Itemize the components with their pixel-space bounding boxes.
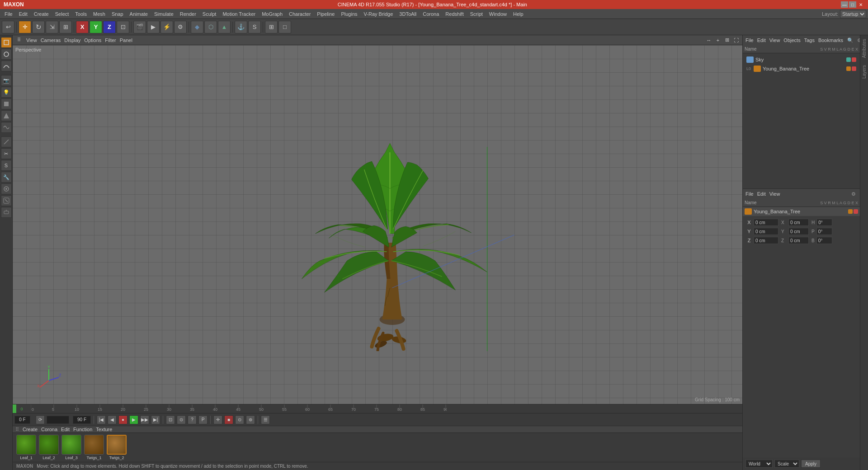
menu-corona[interactable]: Corona <box>420 10 442 18</box>
obj-menu-file[interactable]: File <box>745 38 754 43</box>
menu-snap[interactable]: Snap <box>109 10 126 18</box>
menu-select[interactable]: Select <box>52 10 72 18</box>
close-button[interactable]: ✕ <box>857 1 864 8</box>
viewport-icon2[interactable]: + <box>714 37 722 44</box>
weights-button[interactable] <box>1 207 12 218</box>
material-leaf3[interactable]: Leaf_3 <box>61 435 81 460</box>
mat-menu-edit[interactable]: Edit <box>61 427 70 432</box>
attr-dot2[interactable] <box>854 209 858 214</box>
attr-x-pos-input[interactable] <box>754 219 778 226</box>
x-axis-button[interactable]: X <box>76 21 89 33</box>
apply-button[interactable]: Apply <box>801 460 821 468</box>
attr-selected-row[interactable]: Young_Banana_Tree <box>743 207 860 216</box>
brush-button[interactable] <box>1 183 12 194</box>
menu-render[interactable]: Render <box>177 10 199 18</box>
model-mode-button[interactable] <box>1 37 12 48</box>
prev-keyframe-button[interactable]: ⊙ <box>235 415 244 424</box>
current-frame-input[interactable] <box>14 416 30 424</box>
viewport-menu-display[interactable]: Display <box>64 38 80 43</box>
solo-button[interactable]: S <box>248 21 261 33</box>
obj-menu-tags[interactable]: Tags <box>804 38 815 43</box>
attr-p-input[interactable] <box>816 228 832 235</box>
minimize-button[interactable]: — <box>841 1 848 8</box>
delete-keyframe-button[interactable]: ■ <box>224 415 233 424</box>
magnet-button[interactable]: 🔧 <box>1 172 12 183</box>
menu-plugins[interactable]: Plugins <box>338 10 360 18</box>
light-button[interactable]: 💡 <box>1 87 12 98</box>
obj-sky-row[interactable]: Sky <box>745 55 858 64</box>
keyframe-button[interactable]: ⊡ <box>166 415 175 424</box>
loop-button[interactable]: ⟳ <box>36 415 45 424</box>
menu-file[interactable]: File <box>2 10 15 18</box>
material-twigs2[interactable]: Twigs_2 <box>107 435 127 460</box>
timeline[interactable]: 0 0 5 10 15 20 25 30 <box>13 404 742 413</box>
motion-system-button[interactable]: ? <box>188 415 197 424</box>
viewport-menu-filter[interactable]: Filter <box>105 38 116 43</box>
edge-mode-button[interactable]: ⬡ <box>204 21 217 33</box>
attr-z-rot-input[interactable] <box>788 237 809 244</box>
generator-button[interactable] <box>1 110 12 121</box>
render-settings-button[interactable]: ⚙ <box>174 21 187 33</box>
render-view-button[interactable]: ▶ <box>147 21 160 33</box>
viewport-menu-view[interactable]: View <box>26 38 37 43</box>
go-to-start-button[interactable]: |◀ <box>97 415 106 424</box>
go-to-end-button[interactable]: ▶| <box>151 415 160 424</box>
viewport-menu-options[interactable]: Options <box>84 38 101 43</box>
attr-menu-file[interactable]: File <box>745 191 754 197</box>
primitive-button[interactable] <box>1 99 12 109</box>
scale-tool-button[interactable]: ⇲ <box>46 21 58 33</box>
menu-character[interactable]: Character <box>286 10 313 18</box>
play-forward-button[interactable]: ▶▶ <box>140 415 149 424</box>
line-button[interactable] <box>1 136 12 147</box>
menu-edit[interactable]: Edit <box>16 10 30 18</box>
snap-button[interactable]: ⚓ <box>235 21 247 33</box>
mat-menu-texture[interactable]: Texture <box>96 427 112 432</box>
obj-menu-edit[interactable]: Edit <box>757 38 766 43</box>
object-mode-button[interactable]: ◆ <box>191 21 203 33</box>
attr-x-rot-input[interactable] <box>788 219 809 226</box>
viewport-dots-icon[interactable]: ⠿ <box>15 37 23 44</box>
viewport-menu-panel[interactable]: Panel <box>120 38 132 43</box>
menu-help[interactable]: Help <box>510 10 526 18</box>
frame-value-input[interactable] <box>47 416 69 424</box>
sky-dot2[interactable] <box>852 57 856 62</box>
material-leaf1[interactable]: Leaf_1 <box>16 435 36 460</box>
attr-menu-view[interactable]: View <box>769 191 780 197</box>
play-button[interactable]: ▶ <box>129 415 138 424</box>
attr-y-rot-input[interactable] <box>788 228 809 235</box>
undo-button[interactable]: ↩ <box>2 21 14 33</box>
attr-menu-edit[interactable]: Edit <box>757 191 766 197</box>
paint-button[interactable] <box>1 195 12 206</box>
menu-window[interactable]: Window <box>486 10 509 18</box>
layout-select[interactable]: Startup <box>840 10 866 18</box>
animation-mode-button[interactable]: P <box>198 415 208 424</box>
attr-z-pos-input[interactable] <box>754 237 778 244</box>
grid-button[interactable]: ⊞ <box>265 21 278 33</box>
viewport-canvas[interactable]: Perspective Grid Spacing : 100 cm <box>13 45 742 404</box>
auto-record-button[interactable]: ⊚ <box>246 415 255 424</box>
end-frame-input[interactable] <box>73 416 91 424</box>
attr-h-input[interactable] <box>816 219 832 226</box>
extrude-button[interactable]: S <box>1 160 12 171</box>
texture-mode-button[interactable] <box>1 49 12 60</box>
attr-settings-icon[interactable]: ⚙ <box>850 190 857 197</box>
timeline-ruler[interactable]: 0 5 10 15 20 25 30 35 40 <box>31 404 742 413</box>
strip-layers-label[interactable]: Layers <box>861 61 868 82</box>
knife-button[interactable]: ✂ <box>1 148 12 159</box>
obj-menu-bookmarks[interactable]: Bookmarks <box>818 38 843 43</box>
mat-menu-function[interactable]: Function <box>73 427 92 432</box>
sky-dot1[interactable] <box>846 57 851 62</box>
render-active-button[interactable]: ⚡ <box>160 21 173 33</box>
menu-motion-tracker[interactable]: Motion Tracker <box>220 10 258 18</box>
menu-redshift[interactable]: Redshift <box>443 10 466 18</box>
attr-y-pos-input[interactable] <box>754 228 778 235</box>
viewport-menu-cameras[interactable]: Cameras <box>41 38 61 43</box>
y-axis-button[interactable]: Y <box>90 21 102 33</box>
deformer-button[interactable] <box>1 122 12 133</box>
move-tool-button[interactable]: ✛ <box>19 21 31 33</box>
menu-script[interactable]: Script <box>467 10 486 18</box>
transform-tool-button[interactable]: ⊞ <box>59 21 72 33</box>
menu-pipeline[interactable]: Pipeline <box>314 10 337 18</box>
viewport-icon3[interactable]: ⊞ <box>723 37 731 44</box>
play-reverse-button[interactable]: ◀ <box>108 415 117 424</box>
